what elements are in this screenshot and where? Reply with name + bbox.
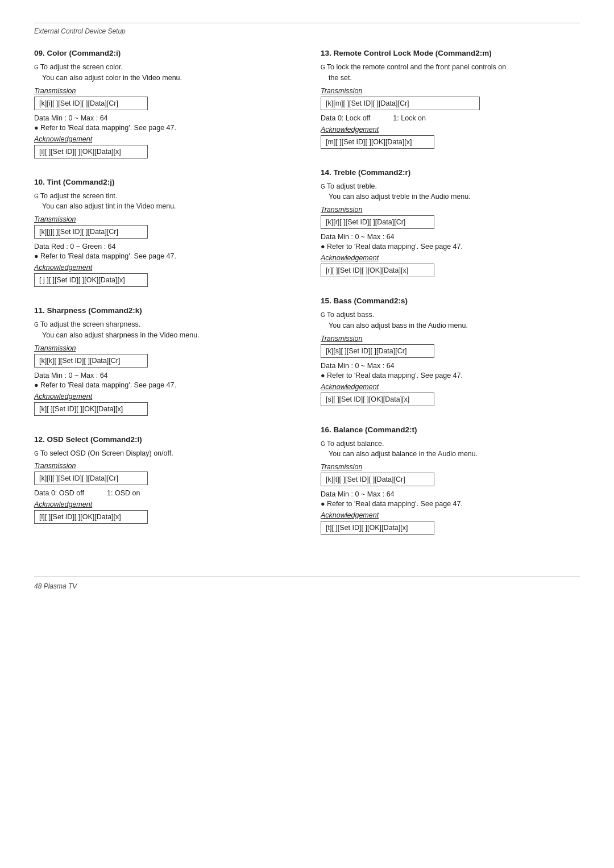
section-11-tx-label: Transmission	[34, 344, 293, 352]
main-content: 09. Color (Command2:i) GTo adjust the sc…	[34, 49, 580, 554]
section-09-desc: GTo adjust the screen color. You can als…	[34, 62, 293, 84]
section-14-data: Data Min : 0 ~ Max : 64	[321, 233, 580, 241]
section-13: 13. Remote Control Lock Mode (Command2:m…	[321, 49, 580, 151]
section-14: 14. Treble (Command2:r) GTo adjust trebl…	[321, 168, 580, 280]
section-16-ack-code: [t][ ][Set ID][ ][OK][Data][x]	[321, 521, 434, 535]
section-13-desc: GTo lock the remote control and the fron…	[321, 62, 580, 84]
section-12: 12. OSD Select (Command2:l) GTo select O…	[34, 435, 293, 527]
section-13-tx-code: [k][m][ ][Set ID][ ][Data][Cr]	[321, 97, 480, 110]
section-12-tx-code: [k][l][ ][Set ID][ ][Data][Cr]	[34, 471, 148, 485]
section-09-ack-label: Acknowledgement	[34, 135, 293, 143]
section-14-desc: GTo adjust treble. You can also adjust t…	[321, 181, 580, 203]
section-10: 10. Tint (Command2:j) GTo adjust the scr…	[34, 178, 293, 290]
section-10-tx-code: [k][j][ ][Set ID][ ][Data][Cr]	[34, 225, 148, 239]
section-10-ack-code: [ j ][ ][Set ID][ ][OK][Data][x]	[34, 273, 148, 287]
footer-text: 48 Plasma TV	[34, 582, 77, 590]
section-15-title: 15. Bass (Command2:s)	[321, 297, 580, 305]
section-09: 09. Color (Command2:i) GTo adjust the sc…	[34, 49, 293, 161]
footer-section: 48 Plasma TV	[34, 577, 580, 590]
section-11-desc: GTo adjust the screen sharpness. You can…	[34, 319, 293, 341]
section-15-ack-label: Acknowledgement	[321, 383, 580, 391]
section-14-tx-code: [k][r][ ][Set ID][ ][Data][Cr]	[321, 215, 434, 229]
section-13-ack-label: Acknowledgement	[321, 126, 580, 133]
section-13-data2: 1: Lock on	[393, 114, 426, 122]
section-12-ack-code: [l][ ][Set ID][ ][OK][Data][x]	[34, 510, 148, 524]
section-14-ack-label: Acknowledgement	[321, 254, 580, 262]
section-13-title: 13. Remote Control Lock Mode (Command2:m…	[321, 49, 580, 57]
section-13-ack-code: [m][ ][Set ID][ ][OK][Data][x]	[321, 135, 434, 149]
section-11-ack-code: [k][ ][Set ID][ ][OK][Data][x]	[34, 402, 148, 416]
section-11-tx-code: [k][k][ ][Set ID][ ][Data][Cr]	[34, 354, 148, 368]
section-11-refer: ● Refer to 'Real data mapping'. See page…	[34, 381, 293, 389]
section-15-data: Data Min : 0 ~ Max : 64	[321, 362, 580, 370]
section-15-desc: GTo adjust bass. You can also adjust bas…	[321, 310, 580, 331]
section-16-title: 16. Balance (Command2:t)	[321, 425, 580, 434]
section-12-data: Data 0: OSD off	[34, 489, 84, 497]
section-09-title: 09. Color (Command2:i)	[34, 49, 293, 57]
section-16-tx-label: Transmission	[321, 463, 580, 471]
section-09-tx-label: Transmission	[34, 87, 293, 95]
section-12-title: 12. OSD Select (Command2:l)	[34, 435, 293, 444]
section-11-ack-label: Acknowledgement	[34, 393, 293, 400]
section-09-refer: ● Refer to 'Real data mapping'. See page…	[34, 124, 293, 132]
section-15: 15. Bass (Command2:s) GTo adjust bass. Y…	[321, 297, 580, 408]
section-12-data-row: Data 0: OSD off 1: OSD on	[34, 489, 293, 497]
section-14-refer: ● Refer to 'Real data mapping'. See page…	[321, 243, 580, 251]
section-10-desc: GTo adjust the screen tint. You can also…	[34, 191, 293, 212]
header-text: External Control Device Setup	[34, 27, 126, 35]
section-13-tx-label: Transmission	[321, 87, 580, 95]
section-10-title: 10. Tint (Command2:j)	[34, 178, 293, 186]
section-12-desc: GTo select OSD (On Screen Display) on/of…	[34, 448, 293, 459]
section-14-tx-label: Transmission	[321, 206, 580, 214]
section-12-tx-label: Transmission	[34, 462, 293, 470]
right-column: 13. Remote Control Lock Mode (Command2:m…	[321, 49, 580, 554]
left-column: 09. Color (Command2:i) GTo adjust the sc…	[34, 49, 293, 554]
section-12-data2: 1: OSD on	[107, 489, 140, 497]
section-15-tx-code: [k][s][ ][Set ID][ ][Data][Cr]	[321, 344, 434, 358]
section-16-data: Data Min : 0 ~ Max : 64	[321, 490, 580, 498]
section-11-data: Data Min : 0 ~ Max : 64	[34, 372, 293, 379]
section-10-tx-label: Transmission	[34, 215, 293, 223]
section-13-data: Data 0: Lock off	[321, 114, 370, 122]
section-15-refer: ● Refer to 'Real data mapping'. See page…	[321, 372, 580, 379]
section-09-data: Data Min : 0 ~ Max : 64	[34, 114, 293, 122]
section-14-ack-code: [r][ ][Set ID][ ][OK][Data][x]	[321, 264, 434, 277]
section-14-title: 14. Treble (Command2:r)	[321, 168, 580, 177]
section-16-tx-code: [k][t][ ][Set ID][ ][Data][Cr]	[321, 473, 434, 486]
section-16-desc: GTo adjust balance. You can also adjust …	[321, 439, 580, 460]
section-15-ack-code: [s][ ][Set ID][ ][OK][Data][x]	[321, 393, 434, 406]
header-section: External Control Device Setup	[34, 23, 580, 35]
section-12-ack-label: Acknowledgement	[34, 500, 293, 508]
section-11-title: 11. Sharpness (Command2:k)	[34, 306, 293, 315]
section-15-tx-label: Transmission	[321, 335, 580, 343]
section-09-tx-code: [k][i][ ][Set ID][ ][Data][Cr]	[34, 97, 148, 110]
page: External Control Device Setup 09. Color …	[0, 0, 614, 624]
section-16-ack-label: Acknowledgement	[321, 511, 580, 519]
section-10-refer: ● Refer to 'Real data mapping'. See page…	[34, 252, 293, 260]
section-10-data: Data Red : 0 ~ Green : 64	[34, 243, 293, 251]
section-13-data-row: Data 0: Lock off 1: Lock on	[321, 114, 580, 122]
section-10-ack-label: Acknowledgement	[34, 264, 293, 272]
section-16: 16. Balance (Command2:t) GTo adjust bala…	[321, 425, 580, 537]
section-16-refer: ● Refer to 'Real data mapping'. See page…	[321, 500, 580, 508]
section-11: 11. Sharpness (Command2:k) GTo adjust th…	[34, 306, 293, 418]
section-09-ack-code: [i][ ][Set ID][ ][OK][Data][x]	[34, 145, 148, 158]
